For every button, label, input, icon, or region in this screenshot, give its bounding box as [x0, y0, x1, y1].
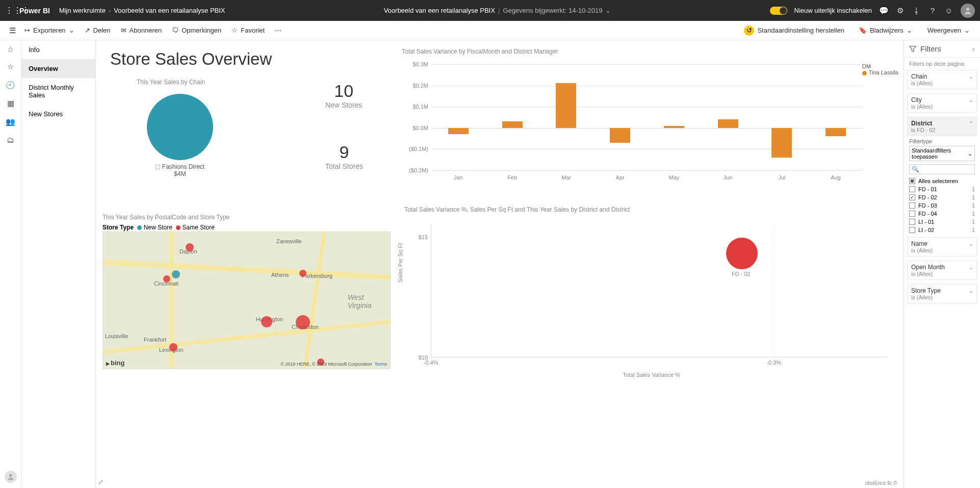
kpi-label: Total Stores	[325, 162, 363, 170]
donut-legend-value: $4M	[174, 170, 186, 177]
filter-card-chain[interactable]: Chainis (Alles)⌄	[907, 70, 977, 89]
bar-xlabel: Apr	[610, 174, 630, 181]
kpi-total-stores[interactable]: 9 Total Stores	[325, 142, 363, 170]
chevron-down-icon: ⌄	[69, 27, 74, 34]
reset-icon: ↺	[744, 25, 754, 36]
filter-option[interactable]: FD - 021	[907, 193, 977, 201]
bar	[502, 121, 523, 127]
kpi-value: 9	[325, 142, 363, 162]
favorite-button[interactable]: ☆Favoriet	[226, 27, 270, 34]
help-icon[interactable]: ?	[928, 6, 937, 15]
filter-search-input[interactable]: 🔍	[909, 164, 975, 174]
avatar[interactable]	[961, 4, 975, 18]
filter-type-select[interactable]: Standaardfilters toepassen⌄	[909, 146, 975, 161]
expand-icon[interactable]: ⤢	[98, 478, 104, 486]
page-tab-info[interactable]: Info	[21, 40, 95, 59]
checkbox-icon	[909, 202, 915, 209]
donut-title: This Year Sales by Chain	[137, 79, 205, 86]
filter-option[interactable]: LI - 011	[907, 218, 977, 226]
filter-card-storetype[interactable]: Store Typeis (Alles)⌄	[907, 284, 977, 303]
map-terms-link[interactable]: Terms	[375, 362, 388, 367]
chevron-down-icon: ⌄	[907, 27, 912, 34]
filter-option[interactable]: FD - 011	[907, 185, 977, 193]
view-button[interactable]: Weergeven⌄	[922, 27, 975, 34]
filter-option-all[interactable]: Alles selecteren	[907, 177, 977, 185]
filter-option[interactable]: FD - 041	[907, 210, 977, 218]
more-icon[interactable]: ⋯	[270, 27, 287, 34]
shared-icon[interactable]: 👥	[6, 117, 15, 126]
reset-button[interactable]: ↺ Standaardinstelling herstellen	[740, 24, 848, 37]
filter-card-name[interactable]: Nameis (Alles)⌄	[907, 237, 977, 256]
bar-ytick: ($0.1M)	[409, 146, 428, 152]
home-icon[interactable]: ⌂	[8, 44, 13, 53]
chevron-down-icon[interactable]: ⌄	[605, 7, 611, 14]
bar	[826, 128, 846, 137]
feedback-icon[interactable]: ☺	[944, 6, 953, 15]
favorites-icon[interactable]: ☆	[7, 62, 14, 71]
mail-icon: ✉	[121, 27, 126, 34]
kpi-label: New Stores	[325, 101, 362, 109]
new-look-toggle[interactable]	[770, 7, 787, 15]
checkbox-icon	[909, 194, 915, 200]
breadcrumb-report[interactable]: Voorbeeld van een retailanalyse PBIX	[114, 7, 225, 14]
bar	[771, 128, 792, 158]
checkbox-icon	[909, 186, 915, 192]
filter-card-openmonth[interactable]: Open Monthis (Alles)⌄	[907, 261, 977, 280]
page-tab-newstores[interactable]: New Stores	[21, 105, 95, 123]
bar	[610, 128, 630, 143]
bar-chart-legend: DM Tina Lassila	[862, 63, 898, 75]
gear-icon[interactable]: ⚙	[895, 6, 905, 15]
comments-button[interactable]: 🗨Opmerkingen	[167, 27, 226, 34]
kpi-new-stores[interactable]: 10 New Stores	[325, 81, 362, 109]
bar-xlabel: Jul	[771, 174, 792, 181]
apps-icon[interactable]: ▦	[7, 99, 14, 108]
page-tab-district[interactable]: District Monthly Sales	[21, 78, 95, 105]
app-launcher-icon[interactable]: ⋮⋮⋮	[5, 6, 19, 15]
chevron-down-icon: ⌄	[968, 150, 972, 157]
chevron-down-icon: ⌄	[969, 288, 973, 294]
chevron-down-icon: ⌄	[969, 264, 973, 271]
filter-icon	[909, 45, 916, 53]
donut-chart[interactable]: Fashions Direct $4M	[147, 94, 213, 177]
bar	[718, 119, 738, 128]
rail-avatar[interactable]	[5, 471, 17, 483]
filters-header: Filters ›	[904, 40, 980, 58]
legend-swatch	[156, 165, 160, 169]
filter-option[interactable]: FD - 031	[907, 201, 977, 210]
star-icon: ☆	[231, 27, 238, 34]
chevron-down-icon: ⌄	[969, 73, 973, 80]
recent-icon[interactable]: 🕘	[6, 81, 15, 90]
filter-card-city[interactable]: Cityis (Alles)⌄	[907, 93, 977, 113]
svg-point-0	[966, 8, 969, 11]
export-button[interactable]: ↦Exporteren⌄	[19, 27, 80, 34]
workspaces-icon[interactable]: 🗂	[7, 136, 14, 144]
report-credit: obviEnce llc ©	[865, 480, 897, 486]
breadcrumb-workspace[interactable]: Mijn werkruimte	[59, 7, 106, 14]
share-button[interactable]: ↗Delen	[80, 27, 116, 34]
download-icon[interactable]: ⭳	[912, 6, 921, 15]
share-icon: ↗	[85, 27, 90, 34]
scatter-chart[interactable]: $15 $10 -0.4% -0.3% FD - 02 Sales Per Sq…	[404, 214, 898, 382]
scatter-bubble-label: FD - 02	[732, 271, 751, 277]
filter-card-district[interactable]: Districtis FD - 02⌃	[907, 117, 977, 136]
chevron-down-icon: ⌄	[969, 241, 973, 247]
bookmarks-button[interactable]: 🔖Bladwijzers⌄	[854, 27, 917, 34]
map-visual[interactable]: Zanesville Dayton Cincinnati Athens Park…	[102, 232, 391, 369]
bar-ytick: $0.2M	[412, 83, 428, 89]
brand: Power BI	[19, 7, 50, 15]
chevron-right-icon[interactable]: ›	[972, 44, 975, 53]
bar-xlabel: Jun	[718, 174, 738, 181]
scatter-x-axis-title: Total Sales Variance %	[623, 372, 680, 378]
chat-icon[interactable]: 💬	[879, 6, 888, 15]
bookmark-icon: 🔖	[859, 27, 867, 34]
legend-swatch	[176, 225, 180, 230]
filter-option[interactable]: LI - 021	[907, 226, 977, 234]
chevron-up-icon: ⌃	[969, 120, 973, 127]
nav-toggle-icon[interactable]: ☰	[5, 26, 19, 35]
page-tab-overview[interactable]: Overview	[21, 59, 95, 78]
checkbox-icon	[909, 227, 915, 233]
bar	[448, 128, 469, 134]
subscribe-button[interactable]: ✉Abonneren	[116, 27, 167, 34]
bar-xlabel: Jan	[448, 174, 469, 181]
bar-chart[interactable]: Total Sales Variance by FiscalMonth and …	[402, 48, 898, 186]
